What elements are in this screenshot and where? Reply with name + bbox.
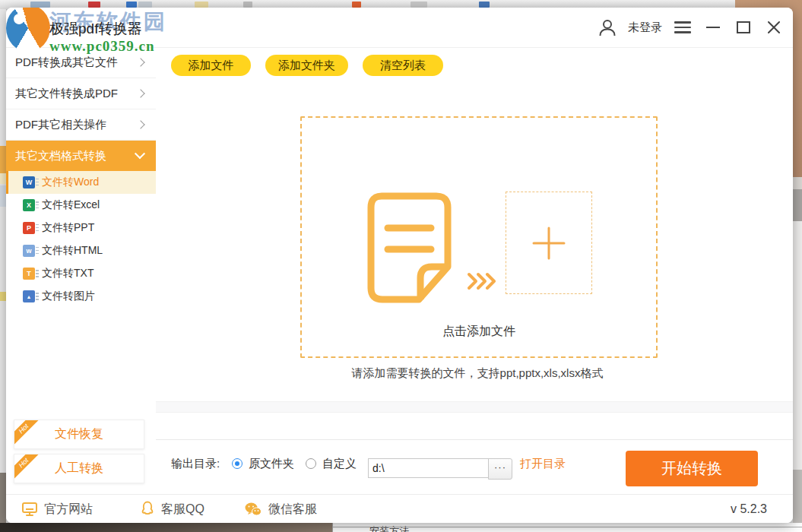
sidebar-subitem-file-to-html[interactable]: w 文件转HTML	[6, 239, 156, 262]
radio-custom-label[interactable]: 自定义	[322, 457, 357, 471]
dropzone-hint: 点击添加文件	[302, 324, 656, 340]
app-window: 河东软件园 www.pc0359.cn 极强pdf转换器 未登录 PDF转换成其…	[6, 8, 793, 523]
hot-badge: Hot	[14, 454, 41, 480]
dropzone-description: 请添加需要转换的文件，支持ppt,pptx,xls,xlsx格式	[300, 366, 655, 381]
radio-source-folder-label[interactable]: 原文件夹	[249, 457, 294, 471]
word-file-icon: W	[23, 176, 35, 188]
hot-badge: Hot	[14, 420, 41, 446]
scrollbar-thumb[interactable]	[793, 189, 802, 221]
document-icon	[366, 192, 452, 304]
subitem-label: 文件转HTML	[42, 244, 103, 258]
maximize-button[interactable]	[734, 17, 753, 37]
sidebar-item-other-to-pdf[interactable]: 其它文件转换成PDF	[6, 78, 156, 109]
radio-source-folder[interactable]	[232, 458, 243, 469]
window-controls: 未登录	[598, 8, 784, 47]
hot-button-label: 文件恢复	[55, 426, 103, 442]
output-path-input[interactable]	[368, 458, 492, 478]
close-button[interactable]	[764, 17, 784, 37]
add-target-box[interactable]	[506, 192, 592, 294]
background-toolbar-fragment	[126, 2, 137, 8]
sidebar: PDF转换成其它文件 其它文件转换成PDF PDF其它相关操作 其它文档格式转换…	[6, 47, 157, 494]
clear-list-button[interactable]: 清空列表	[363, 55, 443, 76]
open-directory-link[interactable]: 打开目录	[520, 457, 566, 471]
add-folder-button[interactable]: 添加文件夹	[265, 55, 348, 76]
background-toolbar-fragment	[30, 2, 50, 8]
menu-icon[interactable]	[673, 17, 693, 37]
sidebar-subitem-file-to-word[interactable]: W 文件转Word	[6, 171, 156, 194]
qq-icon	[140, 501, 155, 518]
background-left-strip	[0, 9, 6, 523]
subitem-label: 文件转图片	[42, 290, 95, 303]
triple-arrow-icon	[467, 271, 496, 291]
output-dir-label: 输出目录:	[171, 457, 220, 471]
qq-support-link[interactable]: 客服QQ	[140, 501, 204, 518]
background-right-strip	[793, 177, 802, 532]
official-site-label: 官方网站	[44, 502, 93, 518]
title-bar: 河东软件园 www.pc0359.cn 极强pdf转换器 未登录	[6, 8, 793, 48]
minimize-button[interactable]	[703, 17, 723, 37]
subitem-label: 文件转PPT	[42, 221, 94, 235]
qq-support-label: 客服QQ	[161, 502, 204, 518]
screen: 安装方法 河东软件园 www.pc0359.cn 极强pdf转换器 未登录	[0, 0, 802, 532]
background-fragment	[0, 292, 6, 301]
version-label: v 5.2.3	[731, 502, 767, 516]
output-bar: 输出目录: 原文件夹 自定义 ··· 打开目录 开始转换	[156, 440, 793, 494]
plus-icon	[531, 226, 566, 261]
browse-button[interactable]: ···	[488, 458, 512, 480]
txt-file-icon: T	[23, 268, 35, 280]
background-divider	[333, 527, 802, 527]
ppt-file-icon: P	[23, 222, 35, 234]
background-bottom-strip	[0, 523, 332, 532]
sidebar-subitem-file-to-txt[interactable]: T 文件转TXT	[6, 262, 156, 285]
wechat-support-link[interactable]: 微信客服	[244, 502, 317, 518]
chevron-down-icon	[135, 148, 145, 159]
login-status[interactable]: 未登录	[628, 21, 662, 35]
user-icon[interactable]	[598, 17, 617, 37]
sidebar-item-label: 其它文档格式转换	[15, 149, 136, 163]
section-divider-band	[156, 401, 793, 413]
start-convert-button[interactable]: 开始转换	[626, 451, 758, 486]
sidebar-item-other-format-convert[interactable]: 其它文档格式转换	[6, 141, 156, 171]
background-partial-text: 安装方法	[369, 524, 409, 532]
background-toolbar-fragment	[411, 2, 427, 8]
background-toolbar-fragment	[243, 2, 252, 8]
sidebar-item-label: 其它文件转换成PDF	[15, 87, 138, 101]
sidebar-subitem-file-to-image[interactable]: ▲ 文件转图片	[6, 285, 156, 308]
chevron-right-icon	[136, 89, 144, 97]
background-toolbar-fragment	[195, 2, 208, 8]
hot-button-label: 人工转换	[55, 461, 103, 477]
sidebar-item-label: PDF转换成其它文件	[15, 55, 138, 70]
site-logo-icon	[6, 8, 50, 52]
sidebar-item-pdf-operations[interactable]: PDF其它相关操作	[6, 109, 156, 141]
chevron-right-icon	[136, 120, 144, 128]
chevron-right-icon	[136, 58, 144, 66]
radio-custom[interactable]	[306, 458, 316, 469]
subitem-label: 文件转Excel	[42, 198, 100, 212]
background-fragment	[0, 185, 6, 207]
background-fragment	[0, 473, 6, 523]
background-fragment	[0, 173, 6, 184]
footer-bar: 官方网站 客服QQ 微信客服 v 5.2.3	[6, 494, 793, 523]
manual-convert-button[interactable]: Hot 人工转换	[14, 454, 144, 483]
file-recovery-button[interactable]: Hot 文件恢复	[14, 420, 144, 449]
add-file-button[interactable]: 添加文件	[171, 55, 251, 76]
wechat-support-label: 微信客服	[268, 502, 317, 518]
sidebar-item-pdf-to-other[interactable]: PDF转换成其它文件	[6, 47, 156, 78]
image-file-icon: ▲	[23, 290, 35, 302]
excel-file-icon: X	[23, 199, 35, 211]
file-dropzone[interactable]: 点击添加文件	[300, 116, 658, 358]
wechat-icon	[244, 502, 262, 517]
sidebar-item-label: PDF其它相关操作	[15, 118, 138, 132]
background-fragment	[793, 177, 802, 189]
subitem-label: 文件转Word	[42, 176, 99, 189]
background-toolbar-fragment	[479, 2, 490, 8]
sidebar-subitem-file-to-ppt[interactable]: P 文件转PPT	[6, 217, 156, 239]
background-toolbar-fragment	[352, 2, 361, 8]
background-toolbar-fragment	[138, 2, 152, 8]
app-title: 极强pdf转换器	[49, 19, 141, 39]
official-site-link[interactable]: 官方网站	[21, 502, 93, 518]
html-file-icon: w	[23, 245, 35, 257]
subitem-label: 文件转TXT	[42, 267, 94, 280]
sidebar-subitem-file-to-excel[interactable]: X 文件转Excel	[6, 194, 156, 217]
background-bottom-window: 安装方法	[332, 523, 802, 532]
